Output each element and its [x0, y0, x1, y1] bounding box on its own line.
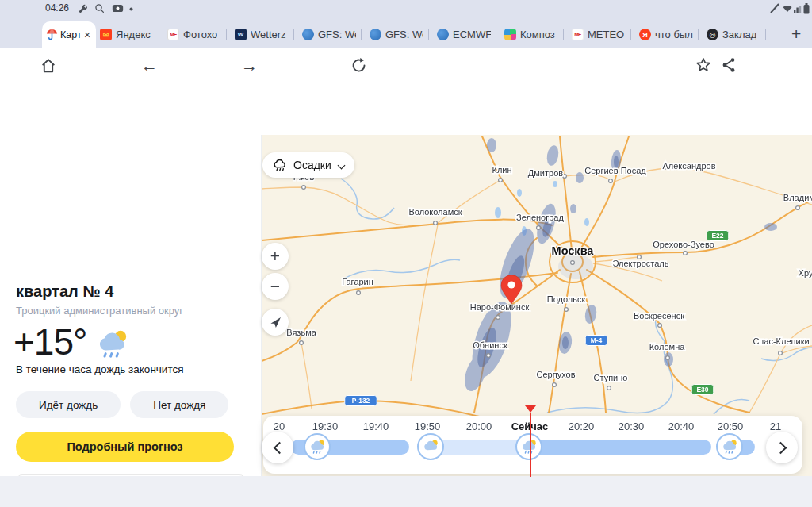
svg-text:Владимир: Владимир	[783, 193, 812, 202]
stylus-icon	[770, 3, 779, 13]
new-tab-button[interactable]: +	[791, 25, 801, 44]
rain-sun-icon[interactable]	[515, 433, 542, 460]
tab-Яндекс[interactable]: ✉Яндекс	[95, 29, 155, 40]
mail-favicon-icon: ✉	[100, 29, 112, 40]
tab-title: ECMWF	[453, 29, 491, 40]
home-button[interactable]	[40, 57, 57, 75]
tab-divider	[226, 29, 227, 40]
tab-divider	[563, 29, 564, 40]
tab-GFS: We[interactable]: GFS: We	[365, 29, 425, 40]
zoom-in-button[interactable]: +	[262, 243, 289, 270]
share-button[interactable]	[720, 56, 737, 74]
video-notification-icon	[112, 3, 124, 13]
tab-title: Яндекс	[116, 29, 151, 40]
gfs-favicon-icon	[370, 29, 381, 40]
svg-text:Е22: Е22	[711, 232, 723, 240]
svg-text:Орехово-Зуево: Орехово-Зуево	[653, 240, 714, 249]
tab-Wetterz[interactable]: WWetterz	[230, 29, 290, 40]
rain-cloud-sun-icon	[97, 328, 130, 360]
locate-me-button[interactable]	[262, 309, 289, 336]
precipitation-layer-icon	[273, 159, 288, 172]
forward-button[interactable]: →	[241, 57, 258, 75]
detailed-forecast-button[interactable]: Подробный прогноз	[16, 432, 234, 462]
svg-text:Зеленоград: Зеленоград	[516, 213, 564, 222]
navigation-arrow-icon	[269, 316, 282, 329]
gfs-favicon-icon	[302, 29, 314, 40]
wz-favicon-icon: W	[235, 29, 247, 40]
tab-METEO[interactable]: МЕMETEO	[567, 29, 627, 40]
clock: 04:26	[45, 2, 69, 13]
status-bar: 04:26	[0, 0, 812, 17]
tab-title: что был	[655, 29, 693, 40]
browser-tab-strip: Карт × ✉ЯндексМЕФотохоWWetterzGFS: WeGFS…	[0, 17, 812, 48]
timeline-time-label: 21	[770, 421, 781, 432]
browser-toolbar: ← → yandex.ru/pogoda/ru/maps/nowcast?utm…	[0, 48, 812, 84]
svg-text:Волоколамск: Волоколамск	[408, 207, 462, 217]
tab-active-pogoda[interactable]: Карт ×	[42, 21, 96, 48]
tab-GFS: We[interactable]: GFS: We	[297, 29, 358, 40]
tab-divider	[361, 29, 362, 40]
notification-dot-icon	[129, 7, 133, 11]
bm-favicon-icon: ◎	[707, 29, 718, 40]
timeline-segment[interactable]	[532, 440, 711, 455]
cloud-sun-icon[interactable]	[417, 433, 444, 460]
timeline-time-label: 20:40	[668, 421, 695, 432]
rain-sun-icon[interactable]	[304, 433, 331, 460]
tab-что был[interactable]: Ячто был	[634, 29, 695, 40]
condition-feedback-chips: Идёт дождьНет дождя	[16, 391, 228, 418]
tab-divider	[698, 29, 699, 40]
timeline-next-button[interactable]	[766, 432, 798, 463]
tab-divider	[496, 29, 496, 40]
location-district: Троицкий административный округ	[16, 305, 183, 317]
timeline-time-label: 20:20	[569, 421, 595, 432]
tab-Фотохо[interactable]: МЕФотохо	[163, 29, 223, 40]
weather-summary-panel: квартал № 4 Троицкий административный ок…	[0, 135, 262, 476]
timeline-time-label: 20:50	[718, 421, 744, 432]
inactive-tabs: ✉ЯндексМЕФотохоWWetterzGFS: WeGFS: WeECM…	[95, 21, 769, 48]
tab-title: GFS: We	[318, 29, 356, 40]
tab-title: Фотохо	[183, 29, 217, 40]
tab-title: Wetterz	[251, 29, 286, 40]
bookmark-star-button[interactable]	[695, 56, 712, 74]
back-button[interactable]: ←	[141, 57, 158, 75]
tab-Заклад[interactable]: ◎Заклад	[702, 29, 762, 40]
svg-text:Серпухов: Серпухов	[537, 370, 576, 379]
city-labels: РжевКлинДмитровСергиев ПосадАлександровВ…	[286, 161, 812, 390]
cellular-signal-icon	[794, 3, 803, 13]
layer-label: Осадки	[293, 159, 331, 171]
svg-text:Е30: Е30	[696, 386, 708, 394]
timeline-prev-button[interactable]	[262, 432, 293, 463]
comp-favicon-icon	[504, 29, 516, 40]
rain-sun-icon[interactable]	[716, 433, 743, 460]
nowcast-summary: В течение часа дождь закончится	[16, 363, 184, 375]
svg-text:Коломна: Коломна	[649, 342, 686, 351]
tab-title: METEO	[588, 29, 624, 40]
battery-icon	[803, 3, 810, 14]
chevron-left-icon	[273, 441, 285, 454]
svg-text:Александров: Александров	[663, 161, 716, 171]
yandex-weather-favicon-icon	[46, 29, 58, 40]
pogoda-header: Погода Главная Активность пыльцы На карт…	[0, 84, 812, 135]
timeline-time-label: 19:30	[312, 421, 339, 432]
svg-text:Подольск: Подольск	[547, 294, 586, 304]
zoom-out-button[interactable]: −	[262, 273, 289, 300]
feedback-chip[interactable]: Нет дождя	[130, 391, 228, 418]
timeline-time-label: 19:40	[363, 421, 389, 432]
svg-text:Клин: Клин	[492, 165, 511, 175]
svg-text:Спас-Клепики: Спас-Клепики	[753, 336, 809, 346]
android-nav-bar	[0, 476, 812, 507]
current-temperature: +15°	[13, 321, 86, 363]
tab-Композ[interactable]: Композ	[500, 29, 560, 40]
timeline-time-label: 20:00	[466, 421, 492, 432]
timeline-time-label: 20:30	[619, 421, 645, 432]
svg-text:Москва: Москва	[552, 244, 595, 257]
layer-selector[interactable]: Осадки	[262, 152, 354, 178]
feedback-chip[interactable]: Идёт дождь	[16, 391, 121, 418]
tab-ECMWF[interactable]: ECMWF	[432, 29, 492, 40]
close-tab-icon[interactable]: ×	[84, 29, 90, 40]
svg-text:Обнинск: Обнинск	[473, 340, 508, 350]
svg-text:Р-132: Р-132	[352, 397, 370, 405]
svg-text:Электросталь: Электросталь	[613, 259, 669, 268]
reload-button[interactable]	[350, 57, 367, 74]
location-pin-icon	[501, 275, 522, 306]
